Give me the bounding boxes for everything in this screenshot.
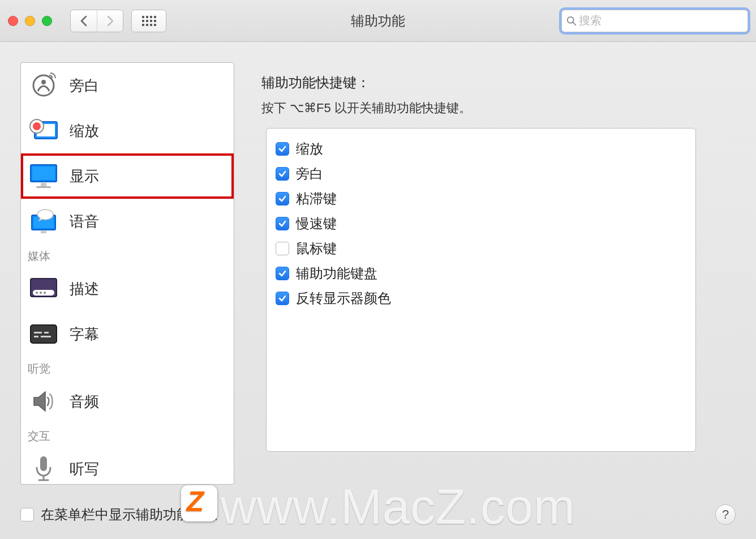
sidebar-item-display[interactable]: 显示 — [21, 153, 234, 199]
svg-point-3 — [41, 80, 46, 84]
svg-rect-25 — [40, 456, 47, 471]
sidebar-item-label: 旁白 — [70, 76, 99, 96]
sidebar-item-speech[interactable]: 语音 — [21, 199, 234, 244]
option-slow-keys[interactable]: 慢速键 — [276, 211, 686, 236]
option-label: 辅助功能键盘 — [296, 264, 377, 283]
body: 旁白 缩放 — [0, 42, 756, 490]
svg-rect-14 — [41, 231, 46, 233]
question-mark-icon: ? — [722, 507, 729, 522]
sidebar-item-label: 描述 — [70, 279, 99, 299]
sidebar-item-label: 显示 — [70, 166, 99, 186]
sidebar-item-label: 缩放 — [70, 121, 99, 141]
svg-rect-20 — [31, 325, 57, 343]
traffic-lights — [8, 16, 52, 26]
option-label: 慢速键 — [296, 215, 337, 233]
content-subhead: 按下 ⌥⌘F5 以开关辅助功能快捷键。 — [261, 100, 720, 117]
microphone-icon — [32, 454, 55, 484]
chevron-right-icon — [106, 15, 114, 27]
checkbox[interactable] — [276, 167, 289, 181]
option-mouse-keys[interactable]: 鼠标键 — [276, 236, 686, 261]
grid-icon — [142, 16, 156, 26]
checkbox[interactable] — [276, 292, 289, 305]
nav-buttons — [70, 10, 123, 32]
option-sticky-keys[interactable]: 粘滞键 — [276, 186, 686, 211]
sidebar-section-interact: 交互 — [21, 424, 234, 446]
option-label: 鼠标键 — [296, 239, 337, 258]
search-icon — [566, 16, 577, 26]
svg-point-17 — [36, 292, 38, 294]
svg-rect-11 — [36, 186, 51, 188]
sidebar-item-voiceover[interactable]: 旁白 — [21, 63, 234, 108]
option-zoom[interactable]: 缩放 — [276, 136, 686, 161]
voiceover-icon — [30, 72, 57, 99]
svg-point-18 — [40, 292, 42, 294]
svg-rect-10 — [41, 183, 46, 186]
checkbox[interactable] — [20, 508, 34, 521]
svg-rect-9 — [32, 166, 55, 180]
captions-icon — [28, 323, 59, 345]
sidebar-section-media: 媒体 — [21, 244, 234, 266]
svg-point-19 — [44, 292, 46, 294]
footer-checkbox-label: 在菜单栏中显示辅助功能状态 — [41, 506, 217, 524]
titlebar: 辅助功能 — [0, 0, 756, 42]
minimize-window-button[interactable] — [25, 16, 35, 26]
speaker-icon — [29, 387, 58, 416]
option-accessibility-keyboard[interactable]: 辅助功能键盘 — [276, 261, 686, 286]
show-all-button[interactable] — [131, 10, 166, 32]
shortcut-options-box: 缩放 旁白 粘滞键 慢速键 — [266, 128, 696, 452]
sidebar-item-captions[interactable]: 字幕 — [21, 311, 234, 357]
zoom-icon — [29, 117, 58, 144]
content-heading: 辅助功能快捷键： — [261, 74, 720, 92]
sidebar-item-zoom[interactable]: 缩放 — [21, 108, 234, 153]
option-invert-colors[interactable]: 反转显示器颜色 — [276, 286, 686, 311]
option-label: 缩放 — [296, 140, 323, 158]
search-field-wrap[interactable] — [561, 10, 748, 32]
sidebar-section-hearing: 听觉 — [21, 357, 234, 379]
sidebar-item-audio[interactable]: 音频 — [21, 379, 234, 424]
option-voiceover[interactable]: 旁白 — [276, 161, 686, 186]
menubar-status-checkbox-row[interactable]: 在菜单栏中显示辅助功能状态 — [20, 506, 217, 524]
sidebar-item-label: 语音 — [70, 212, 99, 232]
sidebar-item-descriptions[interactable]: 描述 — [21, 266, 234, 311]
option-label: 反转显示器颜色 — [296, 289, 391, 307]
checkbox[interactable] — [276, 142, 289, 156]
sidebar-item-dictation[interactable]: 听写 — [21, 446, 234, 485]
sidebar-item-label: 音频 — [70, 392, 99, 412]
option-label: 旁白 — [296, 165, 323, 183]
option-label: 粘滞键 — [296, 190, 337, 208]
content-pane: 辅助功能快捷键： 按下 ⌥⌘F5 以开关辅助功能快捷键。 缩放 旁白 粘滞键 — [246, 62, 736, 485]
descriptions-icon — [28, 276, 59, 301]
footer: 在菜单栏中显示辅助功能状态 ? — [0, 490, 756, 539]
display-icon — [28, 162, 59, 190]
svg-rect-21 — [34, 332, 42, 333]
forward-button[interactable] — [97, 10, 123, 32]
checkbox[interactable] — [276, 267, 289, 280]
svg-rect-23 — [34, 336, 38, 337]
system-preferences-window: 辅助功能 旁白 — [0, 0, 756, 539]
search-input[interactable] — [579, 10, 743, 32]
sidebar-item-label: 听写 — [70, 459, 99, 479]
back-button[interactable] — [71, 10, 97, 32]
chevron-left-icon — [80, 15, 88, 27]
zoom-window-button[interactable] — [42, 16, 52, 26]
checkbox[interactable] — [276, 192, 289, 206]
svg-rect-22 — [44, 332, 49, 333]
checkbox[interactable] — [276, 217, 289, 230]
speech-icon — [28, 207, 59, 236]
close-window-button[interactable] — [8, 16, 18, 26]
help-button[interactable]: ? — [715, 504, 736, 525]
checkbox[interactable] — [276, 242, 289, 255]
svg-line-1 — [573, 22, 576, 25]
sidebar-item-label: 字幕 — [70, 324, 99, 344]
svg-point-7 — [33, 122, 41, 130]
svg-point-0 — [568, 16, 574, 23]
sidebar: 旁白 缩放 — [20, 62, 234, 485]
svg-rect-24 — [41, 336, 51, 337]
